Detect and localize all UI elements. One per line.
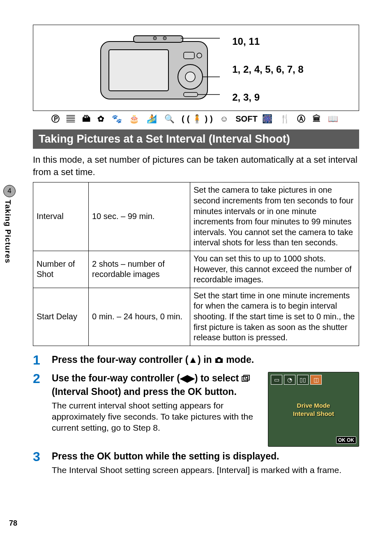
mode-icon: 🐾 <box>112 114 125 123</box>
mode-icon-row: Ⓟ ▤ 🏔 ✿ 🐾 🎂 🏄 🔍 ((🧍)) ☺ SOFT 🎆 🍴 Ⓐ 🏛 📖 <box>33 113 359 125</box>
preview-label-2: Interval Shoot <box>268 410 359 417</box>
callout-a: 10, 11 <box>232 36 303 47</box>
mode-icon: Ⓟ <box>51 114 62 123</box>
mode-icon: 🍴 <box>280 114 293 123</box>
drive-interval-icon: ◫ <box>310 375 322 385</box>
drive-single-icon: ▭ <box>271 375 282 385</box>
svg-point-8 <box>197 53 202 58</box>
step-heading: Press the OK button while the setting is… <box>52 450 359 463</box>
step-1: 1 Press the four-way controller (▲) in m… <box>33 353 359 369</box>
mode-icon: Ⓐ <box>297 114 308 123</box>
svg-point-6 <box>185 72 195 82</box>
mode-icon: ▤ <box>67 114 77 123</box>
svg-rect-15 <box>244 375 249 380</box>
step-2: 2 Use the four-way controller (◀▶) to se… <box>33 372 359 447</box>
mode-soft: SOFT <box>235 114 257 123</box>
preview-label-1: Drive Mode <box>268 402 359 409</box>
step-desc: The Interval Shoot setting screen appear… <box>52 464 359 475</box>
cell-name: Number of Shot <box>33 251 89 288</box>
step-heading: Use the four-way controller (◀▶) to sele… <box>52 372 262 398</box>
svg-point-13 <box>217 359 220 362</box>
svg-rect-7 <box>184 52 194 59</box>
cell-name: Start Delay <box>33 288 89 346</box>
mode-icon: 🏄 <box>147 114 159 123</box>
svg-point-3 <box>163 37 166 40</box>
mode-icon: 🎂 <box>129 114 142 123</box>
mode-icon: ✿ <box>97 114 107 123</box>
cell-desc: Set the camera to take pictures in one s… <box>190 182 359 251</box>
step-number: 3 <box>33 450 52 475</box>
cell-desc: Set the start time in one minute increme… <box>190 288 359 346</box>
ok-label: OK <box>97 451 111 462</box>
preview-ok-badge: OK OK <box>336 436 356 444</box>
section-title: Taking Pictures at a Set Interval (Inter… <box>33 129 359 149</box>
svg-rect-4 <box>109 50 168 91</box>
preview-top-icons: ▭ ◔ ▯▯ ◫ <box>271 375 322 385</box>
callout-b: 1, 2, 4, 5, 6, 7, 8 <box>232 64 303 75</box>
interval-shoot-icon <box>242 373 251 385</box>
camera-diagram-box: 10, 11 1, 2, 4, 5, 6, 7, 8 2, 3, 9 <box>33 25 359 111</box>
svg-point-16 <box>245 376 248 379</box>
lcd-preview: ▭ ◔ ▯▯ ◫ Drive Mode Interval Shoot OK OK <box>268 372 359 447</box>
callout-labels: 10, 11 1, 2, 4, 5, 6, 7, 8 2, 3, 9 <box>232 36 303 103</box>
step-number: 2 <box>33 372 52 447</box>
camera-svg <box>88 32 220 106</box>
cell-range: 2 shots – number of recordable images <box>89 251 190 288</box>
page-number: 78 <box>9 519 17 528</box>
manual-page: 4 Taking Pictures 78 <box>0 0 392 540</box>
mode-icon: 🏔 <box>82 114 93 123</box>
table-row: Interval 10 sec. – 99 min. Set the camer… <box>33 182 359 251</box>
table-row: Start Delay 0 min. – 24 hours, 0 min. Se… <box>33 288 359 346</box>
drive-timer-icon: ◔ <box>284 375 295 385</box>
cell-range: 10 sec. – 99 min. <box>89 182 190 251</box>
step-heading: Press the four-way controller (▲) in mod… <box>52 353 359 367</box>
side-tab: 4 Taking Pictures <box>3 185 17 263</box>
chapter-title: Taking Pictures <box>3 200 12 263</box>
step-number: 1 <box>33 353 52 369</box>
up-arrow-icon: ▲ <box>188 354 198 365</box>
callout-c: 2, 3, 9 <box>232 92 303 103</box>
cell-range: 0 min. – 24 hours, 0 min. <box>89 288 190 346</box>
left-arrow-icon: ◀ <box>180 373 187 383</box>
mode-icon: 🔍 <box>164 114 177 123</box>
cell-name: Interval <box>33 182 89 251</box>
right-arrow-icon: ▶ <box>187 373 195 383</box>
drive-continuous-icon: ▯▯ <box>297 375 309 385</box>
mode-icon: ((🧍)) <box>182 114 215 123</box>
intro-text: In this mode, a set number of pictures c… <box>33 154 359 178</box>
mode-icon: 📖 <box>328 114 341 123</box>
spec-table: Interval 10 sec. – 99 min. Set the camer… <box>33 182 359 346</box>
ok-label: OK <box>188 386 202 397</box>
step-3: 3 Press the OK button while the setting … <box>33 450 359 475</box>
svg-rect-9 <box>184 92 198 97</box>
cell-desc: You can set this to up to 1000 shots. Ho… <box>190 251 359 288</box>
table-row: Number of Shot 2 shots – number of recor… <box>33 251 359 288</box>
camera-illustration <box>88 32 220 106</box>
chapter-number-badge: 4 <box>3 185 16 197</box>
mode-icon: 🏛 <box>313 114 323 123</box>
step-desc: The current interval shoot setting appea… <box>52 400 262 434</box>
svg-rect-1 <box>134 36 183 42</box>
svg-point-2 <box>153 37 157 40</box>
steps: 1 Press the four-way controller (▲) in m… <box>33 353 359 475</box>
camera-mode-icon <box>214 354 224 367</box>
mode-icon: ☺ <box>220 114 231 123</box>
chapter-number: 4 <box>7 187 11 195</box>
mode-icon: 🎆 <box>262 114 275 123</box>
